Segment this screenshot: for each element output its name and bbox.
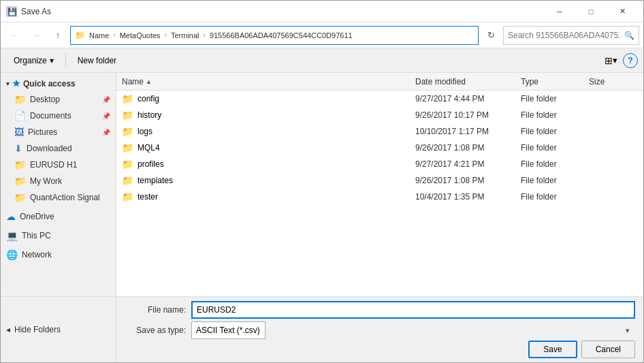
- maximize-button[interactable]: □: [575, 1, 607, 22]
- sidebar-item-pictures[interactable]: 🖼 Pictures 📌: [1, 124, 116, 140]
- sidebar-item-label: Downloaded: [27, 144, 110, 153]
- file-list: Name ▲ Date modified Type Size 📁 config: [116, 73, 643, 296]
- file-name-label: templates: [138, 176, 173, 185]
- column-size[interactable]: Size: [586, 77, 641, 86]
- address-bar[interactable]: 📁 Name › MetaQuotes › Terminal › 915566B…: [70, 26, 479, 45]
- title-bar: 💾 Save As ─ □ ✕: [1, 1, 643, 22]
- search-input[interactable]: [508, 31, 622, 40]
- toolbar-right: ⊞ ▾ ?: [601, 51, 638, 70]
- close-button[interactable]: ✕: [607, 1, 638, 22]
- new-folder-button[interactable]: New folder: [70, 51, 124, 70]
- sidebar-item-desktop[interactable]: 📁 Desktop 📌: [1, 91, 116, 108]
- table-row[interactable]: 📁 templates 9/26/2017 1:08 PM File folde…: [116, 172, 643, 189]
- minimize-button[interactable]: ─: [544, 1, 575, 22]
- file-name-label: config: [138, 94, 159, 104]
- view-icon: ⊞: [605, 55, 613, 66]
- file-modified-cell: 9/27/2017 4:44 PM: [413, 94, 518, 104]
- thispc-section: 💻 This PC: [1, 227, 116, 244]
- table-row[interactable]: 📁 history 9/26/2017 10:17 PM File folder: [116, 107, 643, 123]
- folder-icon: 📁: [14, 176, 26, 187]
- bottom-section: ◂ Hide Folders File name: Save as type: …: [1, 296, 643, 362]
- sidebar-item-network[interactable]: 🌐 Network: [1, 247, 116, 263]
- file-name-cell: 📁 logs: [119, 126, 413, 137]
- sidebar-item-mywork[interactable]: 📁 My Work: [1, 173, 116, 189]
- sidebar-item-label: Desktop: [30, 95, 98, 104]
- sidebar: ▾ ★ Quick access 📁 Desktop 📌 📄 Documents…: [1, 73, 116, 296]
- help-button[interactable]: ?: [623, 53, 638, 68]
- sidebar-item-documents[interactable]: 📄 Documents 📌: [1, 108, 116, 124]
- table-row[interactable]: 📁 logs 10/10/2017 1:17 PM File folder: [116, 123, 643, 140]
- network-icon: 🌐: [6, 249, 18, 260]
- file-modified-cell: 10/4/2017 1:35 PM: [413, 192, 518, 202]
- sidebar-item-label: Pictures: [28, 127, 98, 137]
- sidebar-item-label: QuantAction Signal: [30, 193, 110, 202]
- save-button[interactable]: Save: [528, 341, 577, 358]
- sidebar-item-eurusd[interactable]: 📁 EURUSD H1: [1, 157, 116, 173]
- breadcrumb-guid[interactable]: 915566BA06ADA407569C544CC0D97611: [207, 30, 355, 41]
- table-row[interactable]: 📁 tester 10/4/2017 1:35 PM File folder: [116, 189, 643, 205]
- folder-icon: 📁: [122, 93, 133, 104]
- breadcrumb-terminal[interactable]: Terminal: [168, 30, 202, 41]
- up-button[interactable]: ↑: [48, 26, 67, 45]
- refresh-button[interactable]: ↻: [481, 26, 500, 45]
- file-name-cell: 📁 history: [119, 110, 413, 121]
- column-type[interactable]: Type: [518, 77, 586, 86]
- sidebar-item-thispc[interactable]: 💻 This PC: [1, 227, 116, 244]
- file-name-cell: 📁 MQL4: [119, 142, 413, 153]
- filetype-select-wrapper: ASCII Text (*.csv): [191, 321, 635, 339]
- nav-bar: ← → ↑ 📁 Name › MetaQuotes › Terminal › 9…: [1, 22, 643, 48]
- bottom-bar: ◂ Hide Folders File name: Save as type: …: [1, 296, 643, 362]
- pin-icon: 📌: [102, 96, 110, 104]
- folder-icon: 📁: [122, 191, 133, 202]
- network-section: 🌐 Network: [1, 247, 116, 263]
- folder-icon: 📁: [122, 159, 133, 170]
- folder-icon: 📄: [14, 110, 26, 121]
- bottom-sidebar[interactable]: ◂ Hide Folders: [1, 296, 116, 362]
- sidebar-item-downloaded[interactable]: ⬇ Downloaded: [1, 140, 116, 157]
- file-rows-container: 📁 config 9/27/2017 4:44 PM File folder 📁…: [116, 91, 643, 205]
- file-type-cell: File folder: [518, 159, 586, 169]
- column-modified[interactable]: Date modified: [413, 77, 518, 86]
- column-name[interactable]: Name ▲: [119, 77, 413, 86]
- hide-folders-toggle[interactable]: ◂ Hide Folders: [1, 322, 66, 337]
- organize-button[interactable]: Organize ▾: [6, 51, 61, 70]
- file-type-cell: File folder: [518, 127, 586, 136]
- sidebar-item-onedrive[interactable]: ☁ OneDrive: [1, 208, 116, 225]
- search-box[interactable]: 🔍: [503, 26, 639, 45]
- table-row[interactable]: 📁 config 9/27/2017 4:44 PM File folder: [116, 91, 643, 107]
- table-row[interactable]: 📁 MQL4 9/26/2017 1:08 PM File folder: [116, 140, 643, 156]
- back-button[interactable]: ←: [5, 26, 24, 45]
- folder-icon: 📁: [122, 126, 133, 137]
- file-inputs-area: File name: Save as type: ASCII Text (*.c…: [116, 296, 643, 362]
- cancel-button[interactable]: Cancel: [581, 341, 635, 358]
- computer-icon: 💻: [6, 230, 18, 241]
- sidebar-item-label: This PC: [22, 231, 110, 240]
- file-name-label: tester: [138, 192, 158, 202]
- sidebar-item-label: OneDrive: [20, 212, 110, 221]
- view-button[interactable]: ⊞ ▾: [601, 51, 620, 70]
- col-size-label: Size: [589, 77, 605, 86]
- folder-icon: 📁: [122, 142, 133, 153]
- file-type-cell: File folder: [518, 192, 586, 202]
- filetype-select[interactable]: ASCII Text (*.csv): [191, 321, 265, 339]
- filename-row: File name:: [125, 301, 635, 319]
- breadcrumb-roaming[interactable]: Name: [86, 30, 112, 41]
- quick-access-section: ▾ ★ Quick access 📁 Desktop 📌 📄 Documents…: [1, 76, 116, 206]
- folder-icon: 📁: [14, 94, 26, 105]
- breadcrumb: 📁 Name › MetaQuotes › Terminal › 915566B…: [75, 30, 474, 41]
- breadcrumb-metaquotes[interactable]: MetaQuotes: [117, 30, 163, 41]
- quick-access-label: Quick access: [23, 79, 76, 89]
- action-row: Save Cancel: [125, 339, 635, 358]
- breadcrumb-sep-2: ›: [165, 31, 167, 39]
- filename-label: File name:: [125, 305, 186, 315]
- file-type-cell: File folder: [518, 176, 586, 185]
- filename-input[interactable]: [191, 301, 635, 319]
- forward-button[interactable]: →: [27, 26, 46, 45]
- quick-access-header[interactable]: ▾ ★ Quick access: [1, 76, 116, 91]
- filetype-row: Save as type: ASCII Text (*.csv): [125, 321, 635, 339]
- file-name-label: profiles: [138, 159, 164, 169]
- table-row[interactable]: 📁 profiles 9/27/2017 4:21 PM File folder: [116, 156, 643, 172]
- sidebar-item-quantaction[interactable]: 📁 QuantAction Signal: [1, 189, 116, 206]
- search-icon: 🔍: [624, 31, 634, 40]
- title-bar-controls: ─ □ ✕: [544, 1, 638, 22]
